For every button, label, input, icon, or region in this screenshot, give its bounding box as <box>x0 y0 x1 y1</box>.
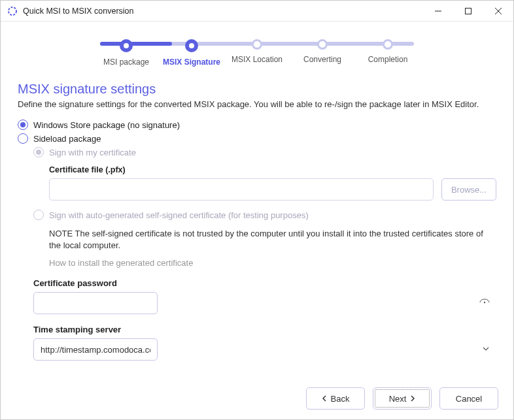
window-title: Quick MSI to MSIX conversion <box>23 7 423 16</box>
timestamp-server-input[interactable] <box>33 338 158 361</box>
cert-password-input[interactable] <box>33 292 158 314</box>
page-description: Define the signature settings for the co… <box>18 99 496 109</box>
wizard-footer: Back Next Cancel <box>1 387 514 419</box>
radio-sign-self-cert: Sign with auto-generated self-signed cer… <box>33 210 496 220</box>
radio-icon <box>18 120 28 130</box>
content-area: MSI package MSIX Signature MSIX Location… <box>1 22 513 387</box>
titlebar: Quick MSI to MSIX conversion <box>1 1 513 22</box>
chevron-left-icon <box>322 395 327 402</box>
step-msix-location: MSIX Location <box>224 37 290 67</box>
wizard-stepper: MSI package MSIX Signature MSIX Location… <box>94 37 420 70</box>
timestamp-label: Time stamping server <box>33 325 496 334</box>
step-converting: Converting <box>290 37 355 67</box>
chevron-right-icon <box>410 395 415 402</box>
next-button[interactable]: Next <box>373 387 432 410</box>
app-icon <box>7 6 18 16</box>
radio-icon <box>33 147 44 157</box>
minimize-button[interactable] <box>423 1 453 22</box>
chevron-down-icon[interactable] <box>482 345 490 355</box>
svg-point-5 <box>484 302 485 303</box>
radio-icon <box>33 210 44 220</box>
browse-button: Browse... <box>441 178 496 201</box>
maximize-button[interactable] <box>453 1 483 22</box>
cert-file-label: Certificate file (.pfx) <box>49 165 496 174</box>
back-button[interactable]: Back <box>306 387 365 410</box>
cancel-button[interactable]: Cancel <box>439 387 498 410</box>
radio-sign-own-cert: Sign with my certificate <box>33 147 496 157</box>
svg-rect-2 <box>466 8 471 14</box>
step-msix-signature[interactable]: MSIX Signature <box>159 37 224 67</box>
self-signed-note: NOTE The self-signed certificate is not … <box>49 228 496 251</box>
radio-windows-store[interactable]: Windows Store package (no signature) <box>18 120 496 130</box>
radio-sideload[interactable]: Sideload package <box>18 133 496 144</box>
close-button[interactable] <box>483 1 513 22</box>
reveal-password-icon[interactable] <box>479 297 490 310</box>
step-completion: Completion <box>355 37 420 67</box>
page-heading: MSIX signature settings <box>18 82 496 97</box>
cert-file-input <box>49 178 434 201</box>
howto-link: How to install the generated certificate <box>49 258 496 268</box>
svg-point-0 <box>9 7 16 15</box>
step-msi-package[interactable]: MSI package <box>94 37 159 67</box>
radio-icon <box>18 133 28 144</box>
cert-password-label: Certificate password <box>33 278 496 288</box>
